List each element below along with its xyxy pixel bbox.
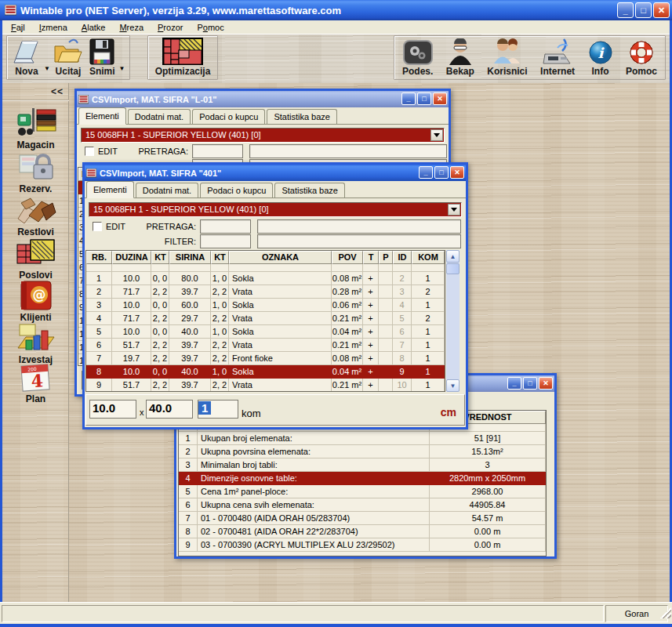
l01-tab-elementi[interactable]: Elementi xyxy=(78,107,126,125)
w401-pretraga-input-2[interactable] xyxy=(257,219,461,234)
statistics-row[interactable]: 2Ukupna povrsina elemenata:15.13m² xyxy=(179,445,546,458)
menu-prozor[interactable]: Prozor xyxy=(151,21,190,34)
w401-filter-input-1[interactable] xyxy=(200,234,251,248)
bekap-button[interactable]: Bekap xyxy=(443,36,478,79)
table-row[interactable]: 310.00, 060.01, 0Sokla0.06 m²+41 xyxy=(86,299,445,312)
status-bar: Goran xyxy=(0,602,672,624)
w401-times-label: x xyxy=(140,408,144,417)
table-row[interactable]: 110.00, 080.01, 0Sokla0.08 m²+21 xyxy=(86,272,445,285)
w401-tab-statistika[interactable]: Statistika baze xyxy=(274,183,345,198)
l01-tab-statistika[interactable]: Statistika baze xyxy=(267,109,337,124)
l01-tab-dodatni[interactable]: Dodatni mat. xyxy=(128,109,191,124)
w401-material-combobox[interactable]: 15 0068FH 1 - SUPERIOR YELLOW (401) [0] xyxy=(89,202,462,217)
l01-material-combobox[interactable]: 15 0068FH 1 - SUPERIOR YELLOW (401) [0] xyxy=(81,128,445,143)
table-row[interactable]: 951.72, 239.72, 2Vrata0.21 m²+101 xyxy=(86,379,445,392)
csv-window-icon xyxy=(86,169,96,178)
l01-edit-checkbox[interactable] xyxy=(85,147,94,156)
w401-table-scrollbar[interactable]: ▲ ▼ xyxy=(446,250,460,392)
l01-pretraga-label: PRETRAGA: xyxy=(133,147,188,156)
w401-combo-dropdown-icon[interactable] xyxy=(448,204,460,216)
internet-button[interactable]: Internet xyxy=(537,36,578,79)
collapse-sidebar-button[interactable]: << xyxy=(51,86,64,97)
resize-grip[interactable] xyxy=(660,607,671,618)
menu-pomoc[interactable]: Pomoc xyxy=(190,21,231,34)
w401-minimize-button[interactable]: _ xyxy=(419,166,433,179)
statistics-row[interactable]: 1Ukupan broj elemenata:51 [91] xyxy=(179,432,546,445)
table-row[interactable]: 719.72, 239.72, 2Front fioke0.08 m²+81 xyxy=(86,352,445,365)
w401-close-button[interactable]: ✕ xyxy=(450,166,464,179)
sidebar-item-restlovi[interactable]: Restlovi xyxy=(2,195,69,237)
sidebar-item-poslovi[interactable]: Poslovi xyxy=(2,238,69,281)
stats-close-button[interactable]: ✕ xyxy=(539,377,553,390)
info-button[interactable]: i Info xyxy=(585,36,616,79)
statistics-row[interactable]: 701 - 0700480 (AIDA ORAH 05/283704)54.57… xyxy=(179,512,546,525)
minimize-button[interactable]: _ xyxy=(617,2,634,18)
main-title-bar: Wintable pro (NET Server), verzija 3.29,… xyxy=(0,0,672,20)
l01-pretraga-input-1[interactable] xyxy=(192,144,243,158)
stats-minimize-button[interactable]: _ xyxy=(507,377,521,390)
table-row[interactable]: 651.72, 239.72, 2Vrata0.21 m²+71 xyxy=(86,339,445,352)
statistics-row[interactable]: 5Cena 1m² panel-ploce:2968.00 xyxy=(179,485,546,498)
l01-maximize-button[interactable]: □ xyxy=(417,92,431,105)
close-button[interactable]: ✕ xyxy=(653,2,670,18)
table-row[interactable]: 271.72, 239.72, 2Vrata0.28 m²+32 xyxy=(86,285,445,299)
menu-fajl[interactable]: Fajl xyxy=(4,21,32,34)
podes-button[interactable]: Podes. xyxy=(399,36,436,79)
l01-combo-dropdown-icon[interactable] xyxy=(430,129,443,141)
statistics-row[interactable]: 4Dimenzije osnovne table:2820mm x 2050mm xyxy=(179,472,546,485)
w401-edit-checkbox[interactable] xyxy=(93,222,102,231)
l01-close-button[interactable]: ✕ xyxy=(433,92,447,105)
w401-sirina-input[interactable]: 40.0 xyxy=(146,400,193,419)
sidebar-item-klijenti[interactable]: @ Klijenti xyxy=(2,279,69,323)
ucitaj-button[interactable]: Ucitaj xyxy=(50,36,86,79)
w401-pretraga-input-1[interactable] xyxy=(200,219,251,234)
table-row[interactable]: 510.00, 040.01, 0Sokla0.04 m²+61 xyxy=(86,325,445,339)
w401-tab-elementi[interactable]: Elementi xyxy=(86,181,134,198)
w401-tab-podaci[interactable]: Podaci o kupcu xyxy=(200,183,273,198)
menu-mreza[interactable]: Mreza xyxy=(112,21,151,34)
maximize-button[interactable]: □ xyxy=(635,2,652,18)
w401-duzina-input[interactable]: 10.0 xyxy=(89,400,136,419)
pomoc-button[interactable]: Pomoc xyxy=(623,36,660,79)
w401-tab-dodatni[interactable]: Dodatni mat. xyxy=(136,183,198,198)
sidebar-item-rezerv[interactable]: Rezerv. xyxy=(2,152,69,194)
table-row[interactable]: 471.72, 229.72, 2Vrata0.21 m²+52 xyxy=(86,312,445,325)
korisnici-button[interactable]: Korisnici xyxy=(484,36,530,79)
csvimport-l01-title-bar: CSVImport, MAT. SIFRA "L-01" _ □ ✕ xyxy=(77,91,449,107)
statistics-row[interactable]: 903 - 0700390 (ACRYL MULTIPLEX ALU 23/29… xyxy=(179,538,546,552)
l01-tab-bar: Elementi Dodatni mat. Podaci o kupcu Sta… xyxy=(77,107,449,125)
nova-dropdown-arrow[interactable]: ▼ xyxy=(44,65,50,72)
menu-izmena[interactable]: Izmena xyxy=(32,21,74,34)
optimization-layout-icon xyxy=(162,38,203,65)
w401-filter-input-2[interactable] xyxy=(257,234,461,248)
snimi-dropdown-arrow[interactable]: ▼ xyxy=(119,65,125,72)
statistics-row[interactable]: 3Minimalan broj tabli:3 xyxy=(179,458,546,472)
w401-kom-selected-text: 1 xyxy=(198,401,211,415)
scroll-down-button[interactable]: ▼ xyxy=(446,379,460,392)
stats-maximize-button[interactable]: □ xyxy=(523,377,537,390)
l01-tab-podaci[interactable]: Podaci o kupcu xyxy=(192,109,265,124)
optimizacija-button[interactable]: Optimizacija xyxy=(152,36,214,79)
menu-alatke[interactable]: Alatke xyxy=(74,21,113,34)
l01-pretraga-input-2[interactable] xyxy=(249,144,447,158)
status-message-panel xyxy=(2,605,604,622)
plan-calendar-icon: 2004 xyxy=(18,359,54,393)
sidebar-item-plan[interactable]: 2004 Plan xyxy=(2,359,69,404)
sidebar-header: << xyxy=(2,83,69,100)
nova-button[interactable]: Nova xyxy=(7,36,43,79)
scroll-thumb[interactable] xyxy=(446,263,460,274)
table-row[interactable]: 810.00, 040.01, 0Sokla0.04 m²+91 xyxy=(86,365,445,379)
svg-text:@: @ xyxy=(32,287,45,303)
l01-material-value: 15 0068FH 1 - SUPERIOR YELLOW (401) [0] xyxy=(85,130,261,140)
w401-maximize-button[interactable]: □ xyxy=(434,166,449,179)
scroll-up-button[interactable]: ▲ xyxy=(446,250,460,263)
sidebar-item-magacin[interactable]: Magacin xyxy=(2,107,69,150)
statistics-row[interactable]: 802 - 0700481 (AIDA ORAH 22*2/283704)0.0… xyxy=(179,525,546,538)
w401-kom-input[interactable]: 1 xyxy=(198,400,238,419)
svg-text:4: 4 xyxy=(30,370,43,391)
statistics-row[interactable]: 6Ukupna cena svih elemenata:44905.84 xyxy=(179,498,546,512)
l01-minimize-button[interactable]: _ xyxy=(401,92,416,105)
snimi-button[interactable]: Snimi xyxy=(86,36,118,79)
csvimport-401-body: Elementi Dodatni mat. Podaci o kupcu Sta… xyxy=(85,181,466,427)
w401-material-value: 15 0068FH 1 - SUPERIOR YELLOW (401) [0] xyxy=(93,205,269,214)
